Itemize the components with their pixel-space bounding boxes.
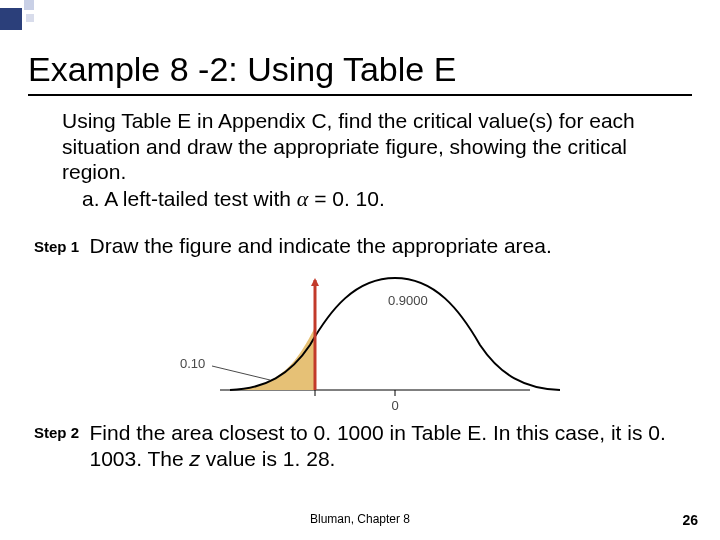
step-2-text-post: value is 1. 28. [200, 447, 335, 470]
normal-curve-figure: 0 0.9000 0.10 [170, 260, 570, 420]
step-2-label: Step 2 [34, 424, 79, 441]
part-a-prefix: a. A left-tailed test with [82, 187, 297, 210]
z-italic: z [190, 447, 201, 470]
page-number: 26 [682, 512, 698, 528]
shaded-left-tail [235, 327, 315, 390]
left-area-label: 0.10 [180, 356, 205, 371]
part-a-line: a. A left-tailed test with α = 0. 10. [82, 186, 385, 212]
step-1-label: Step 1 [34, 238, 79, 255]
axis-zero-label: 0 [391, 398, 398, 413]
deco-square-small-2 [26, 14, 34, 22]
deco-square-small-1 [24, 0, 34, 10]
normal-curve-svg: 0 0.9000 0.10 [170, 260, 570, 420]
svg-line-4 [212, 366, 270, 380]
part-a-suffix: = 0. 10. [308, 187, 384, 210]
alpha-symbol: α [297, 186, 309, 211]
step-2-text-pre: Find the area closest to 0. 1000 in Tabl… [89, 421, 665, 470]
title-underline [28, 94, 692, 96]
step-1-row: Step 1 Draw the figure and indicate the … [34, 234, 694, 258]
intro-paragraph: Using Table E in Appendix C, find the cr… [62, 108, 672, 185]
step-1-text: Draw the figure and indicate the appropr… [89, 234, 551, 257]
svg-marker-3 [311, 278, 319, 286]
step-2-text: Find the area closest to 0. 1000 in Tabl… [89, 420, 669, 471]
step-2-row: Step 2 Find the area closest to 0. 1000 … [34, 420, 694, 471]
footer-citation: Bluman, Chapter 8 [0, 512, 720, 526]
slide-title: Example 8 -2: Using Table E [28, 50, 456, 89]
deco-square-large [0, 8, 22, 30]
right-area-label: 0.9000 [388, 293, 428, 308]
